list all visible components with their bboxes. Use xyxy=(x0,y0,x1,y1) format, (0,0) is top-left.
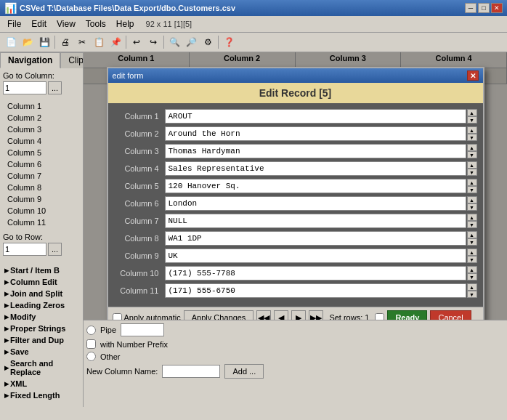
sidebar: Navigation Clipboard Go to Column: ... C… xyxy=(0,52,84,407)
toolbar-open[interactable]: 📂 xyxy=(20,34,36,50)
section-label-filter-dup: Filter and Dup xyxy=(10,336,64,344)
minimize-button[interactable]: ─ xyxy=(465,3,476,13)
number-prefix-label: with Number Prefix xyxy=(100,340,168,349)
spin-up-4[interactable]: ▲ xyxy=(467,161,477,169)
menu-file[interactable]: File xyxy=(3,17,25,31)
spin-up-9[interactable]: ▲ xyxy=(467,249,477,256)
spin-up-6[interactable]: ▲ xyxy=(467,196,477,203)
sidebar-section-join-split[interactable]: ▶ Join and Split xyxy=(3,288,80,299)
new-column-name-input[interactable] xyxy=(162,365,220,378)
field-input-6[interactable] xyxy=(165,196,466,211)
goto-column-input[interactable] xyxy=(3,81,46,94)
column-item-2[interactable]: Column 2 xyxy=(4,112,78,124)
pipe-input[interactable] xyxy=(121,323,164,336)
tab-navigation[interactable]: Navigation xyxy=(0,52,60,68)
sidebar-section-save[interactable]: ▶ Save xyxy=(3,346,80,358)
toolbar-copy[interactable]: 📋 xyxy=(91,34,107,50)
sidebar-section-filter-dup[interactable]: ▶ Filter and Dup xyxy=(3,334,80,346)
spin-up-8[interactable]: ▲ xyxy=(467,231,477,238)
toolbar-undo[interactable]: ↩ xyxy=(129,34,145,50)
menu-tools[interactable]: Tools xyxy=(81,17,110,31)
menu-edit[interactable]: Edit xyxy=(27,17,51,31)
field-input-2[interactable] xyxy=(165,126,466,141)
pipe-radio[interactable] xyxy=(86,326,96,335)
column-item-4[interactable]: Column 4 xyxy=(4,135,78,147)
toolbar-cut[interactable]: ✂ xyxy=(74,34,90,50)
goto-row-button[interactable]: ... xyxy=(48,243,62,256)
spin-down-2[interactable]: ▼ xyxy=(467,134,477,141)
tab-clipboard[interactable]: Clipboard xyxy=(60,52,84,68)
menu-help[interactable]: Help xyxy=(112,17,139,31)
section-label-join-split: Join and Split xyxy=(10,289,62,298)
spin-up-10[interactable]: ▲ xyxy=(467,266,477,273)
menu-view[interactable]: View xyxy=(52,17,80,31)
sidebar-section-modify[interactable]: ▶ Modify xyxy=(3,311,80,323)
spin-down-3[interactable]: ▼ xyxy=(467,151,477,158)
sidebar-section-xml[interactable]: ▶ XML xyxy=(3,378,80,389)
spin-up-11[interactable]: ▲ xyxy=(467,283,477,291)
field-label-3: Column 3 xyxy=(114,147,165,156)
field-input-4[interactable] xyxy=(165,161,466,176)
column-item-8[interactable]: Column 8 xyxy=(4,182,78,193)
spin-down-11[interactable]: ▼ xyxy=(467,291,477,298)
toolbar-settings[interactable]: ⚙ xyxy=(200,34,216,50)
field-input-5[interactable] xyxy=(165,179,466,193)
number-prefix-checkbox[interactable] xyxy=(86,339,96,349)
toolbar-help[interactable]: ❓ xyxy=(221,34,237,50)
field-input-7[interactable] xyxy=(165,214,466,228)
toolbar-print[interactable]: 🖨 xyxy=(57,34,73,50)
field-input-11[interactable] xyxy=(165,283,466,298)
toolbar-save[interactable]: 💾 xyxy=(36,34,52,50)
column-item-9[interactable]: Column 9 xyxy=(4,193,78,205)
section-label-start-item: Start / Item B xyxy=(10,266,60,275)
column-item-7[interactable]: Column 7 xyxy=(4,170,78,182)
column-item-1[interactable]: Column 1 xyxy=(4,100,78,112)
modal-header: Edit Record [5] xyxy=(108,83,483,103)
goto-row-input[interactable] xyxy=(3,243,46,256)
section-label-xml: XML xyxy=(10,379,27,388)
spin-down-5[interactable]: ▼ xyxy=(467,186,477,193)
column-item-10[interactable]: Column 10 xyxy=(4,205,78,217)
spin-up-3[interactable]: ▲ xyxy=(467,144,477,151)
spin-down-6[interactable]: ▼ xyxy=(467,203,477,211)
field-input-3[interactable] xyxy=(165,144,466,158)
spin-up-7[interactable]: ▲ xyxy=(467,214,477,221)
spin-down-10[interactable]: ▼ xyxy=(467,273,477,280)
toolbar-find[interactable]: 🔍 xyxy=(166,34,182,50)
toolbar-paste[interactable]: 📌 xyxy=(108,34,123,50)
field-input-9[interactable] xyxy=(165,249,466,263)
sidebar-section-start-item[interactable]: ▶ Start / Item B xyxy=(3,264,80,276)
sidebar-section-fixed-length[interactable]: ▶ Fixed Length xyxy=(3,389,80,401)
spin-down-7[interactable]: ▼ xyxy=(467,221,477,228)
other-radio[interactable] xyxy=(86,352,96,361)
sidebar-section-column-edit[interactable]: ▶ Column Edit xyxy=(3,276,80,288)
spin-up-2[interactable]: ▲ xyxy=(467,126,477,134)
field-row-8: Column 8 ▲▼ xyxy=(114,231,477,246)
field-input-8[interactable] xyxy=(165,231,466,246)
sidebar-tabs: Navigation Clipboard xyxy=(0,52,83,68)
spin-up-5[interactable]: ▲ xyxy=(467,179,477,186)
column-item-11[interactable]: Column 11 xyxy=(4,217,78,228)
spin-up-1[interactable]: ▲ xyxy=(467,109,477,116)
spin-down-4[interactable]: ▼ xyxy=(467,169,477,176)
spin-down-9[interactable]: ▼ xyxy=(467,256,477,263)
modal-close-button[interactable]: ✕ xyxy=(467,70,479,81)
field-input-1[interactable] xyxy=(165,109,466,124)
column-item-3[interactable]: Column 3 xyxy=(4,124,78,135)
column-item-5[interactable]: Column 5 xyxy=(4,147,78,158)
toolbar-zoom[interactable]: 🔎 xyxy=(183,34,199,50)
spin-down-1[interactable]: ▼ xyxy=(467,116,477,124)
column-item-6[interactable]: Column 6 xyxy=(4,158,78,170)
sidebar-section-leading-zeros[interactable]: ▶ Leading Zeros xyxy=(3,299,80,311)
toolbar-new[interactable]: 📄 xyxy=(3,34,19,50)
toolbar-redo[interactable]: ↪ xyxy=(145,34,161,50)
goto-column-button[interactable]: ... xyxy=(48,81,62,94)
sidebar-section-search-replace[interactable]: ▶ Search and Replace xyxy=(3,358,80,378)
maximize-button[interactable]: □ xyxy=(478,3,490,13)
field-input-10[interactable] xyxy=(165,266,466,280)
spin-down-8[interactable]: ▼ xyxy=(467,238,477,246)
field-label-5: Column 5 xyxy=(114,182,165,190)
add-button[interactable]: Add ... xyxy=(224,364,264,379)
close-button[interactable]: ✕ xyxy=(491,3,503,13)
sidebar-section-proper-strings[interactable]: ▶ Proper Strings xyxy=(3,323,80,334)
